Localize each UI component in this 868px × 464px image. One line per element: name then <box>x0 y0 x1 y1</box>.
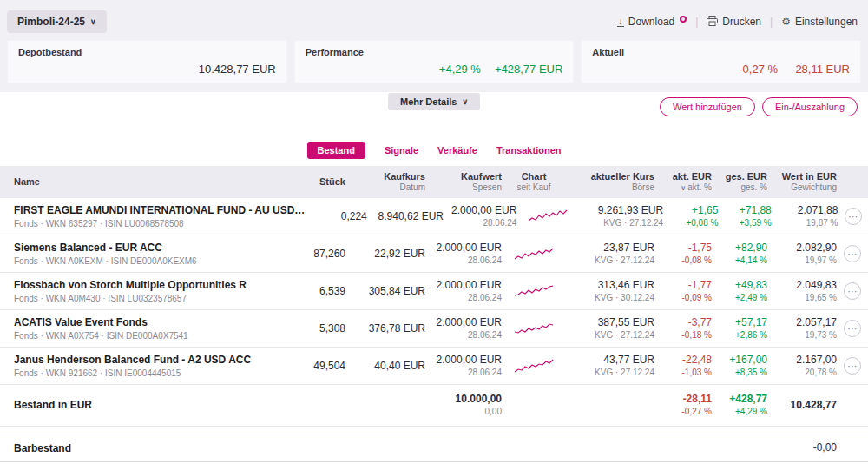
stueck-value: 5,308 <box>283 322 345 335</box>
kaufwert-value: 2.000,00 EUR <box>425 279 502 292</box>
stueck-value: 49,504 <box>283 360 345 373</box>
boerse-value: KVG · 27.12.24 <box>578 217 663 229</box>
sparkline-chart[interactable] <box>502 357 566 375</box>
header-name[interactable]: Name <box>14 176 283 188</box>
header-aktueller-kurs[interactable]: aktueller Kurs <box>566 170 654 182</box>
header-kaufkurs[interactable]: Kaufkurs <box>345 170 425 182</box>
depot-value: 10.428,77 EUR <box>199 63 276 76</box>
tab-verkaeufe[interactable]: Verkäufe <box>437 145 477 156</box>
fund-details: Fonds · WKN A0X754 · ISIN DE000A0X7541 <box>14 331 283 341</box>
kaufkurs-value: 22,92 EUR <box>345 248 425 261</box>
card-label: Aktuell <box>592 47 850 57</box>
row-menu-button[interactable]: ⋯ <box>845 208 862 225</box>
chevron-down-icon: ∨ <box>90 18 96 26</box>
sparkline-chart[interactable] <box>502 245 566 262</box>
row-menu-button[interactable]: ⋯ <box>844 320 861 337</box>
print-button[interactable]: Drucken <box>707 16 761 29</box>
totals-ges-eur: +428,77 <box>712 393 767 406</box>
download-icon: ↓ <box>617 17 624 27</box>
header-chart[interactable]: Chart <box>522 170 547 182</box>
table-row: Janus Henderson Balanced Fund - A2 USD A… <box>0 348 868 385</box>
fund-name[interactable]: Siemens Balanced - EUR ACC <box>14 242 283 254</box>
kaufkurs-value: 40,40 EUR <box>345 360 425 373</box>
totals-akt-eur: -28,11 <box>654 393 712 406</box>
boerse-value: KVG · 30.12.24 <box>566 292 654 303</box>
barbestand-value: -0,00 <box>767 441 837 454</box>
sparkline-chart[interactable] <box>502 320 566 337</box>
kaufkurs-value: 8.940,62 EUR <box>367 210 444 223</box>
row-menu-button[interactable]: ⋯ <box>844 282 861 300</box>
kurs-value: 23,87 EUR <box>566 242 654 255</box>
ges-eur-value: +167,00 <box>712 354 767 367</box>
row-menu-button[interactable]: ⋯ <box>844 357 861 375</box>
akt-eur-value: -1,75 <box>654 242 712 255</box>
row-menu-button[interactable]: ⋯ <box>844 245 861 262</box>
gewichtung-value: 19,73 % <box>767 329 837 341</box>
header-stueck[interactable]: Stück <box>283 176 345 188</box>
header-akt-eur[interactable]: akt. EUR <box>654 170 712 182</box>
header-akt-pct[interactable]: ∨akt. % <box>654 182 712 193</box>
portfolio-actions: Wert hinzufügen Ein-/Auszahlung <box>660 97 858 116</box>
table-row: FIRST EAGLE AMUNDI INTERNATIONAL FUND - … <box>0 198 868 235</box>
aktuell-value: -28,11 EUR <box>792 63 850 76</box>
card-performance: Performance +4,29 % +428,77 EUR <box>294 40 575 83</box>
totals-spesen: 0,00 <box>425 406 502 417</box>
ges-eur-value: +49,83 <box>712 279 767 292</box>
kauf-datum: 28.06.24 <box>425 367 502 378</box>
fund-name[interactable]: FIRST EAGLE AMUNDI INTERNATIONAL FUND - … <box>14 204 307 216</box>
table-row: Siemens Balanced - EUR ACC Fonds · WKN A… <box>0 235 868 273</box>
tab-signale[interactable]: Signale <box>385 145 418 156</box>
table-row: Flossbach von Storch Multiple Opportunit… <box>0 273 868 310</box>
kaufwert-value: 2.000,00 EUR <box>425 354 502 367</box>
akt-eur-value: -22,48 <box>654 354 712 367</box>
settings-button[interactable]: ⚙ Einstellungen <box>781 16 858 28</box>
more-details-button[interactable]: Mehr Details ∨ <box>388 93 480 110</box>
add-value-button[interactable]: Wert hinzufügen <box>660 97 755 116</box>
fund-name[interactable]: ACATIS Value Event Fonds <box>14 316 283 328</box>
ges-eur-value: +57,17 <box>712 316 767 329</box>
fund-details: Fonds · WKN A0KEXM · ISIN DE000A0KEXM6 <box>14 256 283 266</box>
settings-label: Einstellungen <box>795 16 858 28</box>
portfolio-selector[interactable]: Pimboli-24-25 ∨ <box>7 10 107 33</box>
wert-value: 2.071,88 <box>772 204 838 217</box>
printer-icon <box>707 16 718 29</box>
barbestand-row: Barbestand -0,00 <box>0 434 868 462</box>
header-spesen[interactable]: Spesen <box>425 182 502 193</box>
header-boerse[interactable]: Börse <box>566 182 654 193</box>
fund-name[interactable]: Flossbach von Storch Multiple Opportunit… <box>14 279 283 291</box>
download-button[interactable]: ↓ Download <box>617 16 687 28</box>
sparkline-chart[interactable] <box>502 282 566 300</box>
card-aktuell: Aktuell -0,27 % -28,11 EUR <box>581 40 861 83</box>
header-gewichtung[interactable]: Gewichtung <box>767 182 837 193</box>
header-ges-pct[interactable]: ges. % <box>712 182 767 193</box>
header-datum[interactable]: Datum <box>345 182 425 193</box>
akt-eur-value: -1,77 <box>654 279 712 292</box>
ges-pct-value: +4,14 % <box>712 255 767 266</box>
kauf-datum: 28.06.24 <box>425 255 502 266</box>
gear-icon: ⚙ <box>781 16 791 28</box>
fund-details: Fonds · WKN 921662 · ISIN IE0004445015 <box>14 368 283 378</box>
wert-value: 2.057,17 <box>767 316 837 329</box>
tab-transaktionen[interactable]: Transaktionen <box>496 145 562 156</box>
card-depotbestand: Depotbestand 10.428,77 EUR <box>7 40 287 83</box>
header-seit-kauf[interactable]: seit Kauf <box>517 182 551 193</box>
header-ges-eur[interactable]: ges. EUR <box>712 170 767 182</box>
header-kaufwert[interactable]: Kaufwert <box>425 170 502 182</box>
gewichtung-value: 19,65 % <box>767 292 837 303</box>
download-label: Download <box>628 16 674 28</box>
wert-value: 2.049,83 <box>767 279 837 292</box>
kurs-value: 387,55 EUR <box>566 316 654 329</box>
cash-in-out-button[interactable]: Ein-/Auszahlung <box>762 97 858 116</box>
stueck-value: 87,260 <box>283 248 345 261</box>
holdings-table: Name Stück Kaufkurs Datum Kaufwert Spese… <box>0 166 868 464</box>
wert-value: 2.167,00 <box>767 354 837 367</box>
ellipsis-icon: ⋯ <box>848 287 858 296</box>
table-row: ACATIS Value Event Fonds Fonds · WKN A0X… <box>0 310 868 348</box>
notification-dot <box>680 16 687 23</box>
sparkline-chart[interactable] <box>516 208 578 225</box>
header-wert[interactable]: Wert in EUR <box>767 170 837 182</box>
tab-bestand[interactable]: Bestand <box>307 142 365 159</box>
fund-name[interactable]: Janus Henderson Balanced Fund - A2 USD A… <box>14 354 283 366</box>
summary-band: Pimboli-24-25 ∨ ↓ Download | Drucken | ⚙… <box>0 0 868 92</box>
print-label: Drucken <box>722 16 761 28</box>
